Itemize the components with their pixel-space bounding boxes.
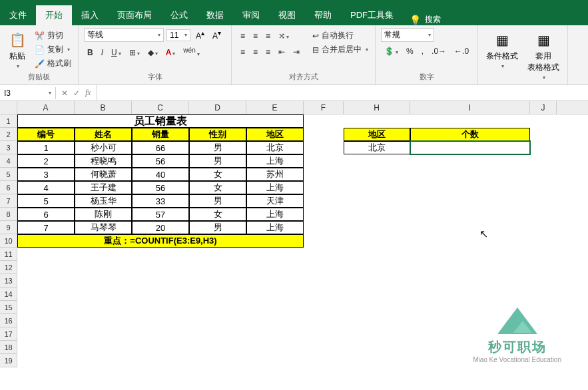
tab-insert[interactable]: 插入 xyxy=(72,5,108,25)
percent-button[interactable]: % xyxy=(403,45,417,58)
col-header-A[interactable]: A xyxy=(17,101,75,114)
result-cell[interactable] xyxy=(410,141,530,154)
font-size-select[interactable]: 11▾ xyxy=(166,29,190,41)
align-right-button[interactable]: ≡ xyxy=(262,45,274,59)
data-cell[interactable]: 上海 xyxy=(246,181,304,194)
confirm-formula-button[interactable]: ✓ xyxy=(73,89,80,98)
formula-input[interactable] xyxy=(97,92,588,95)
data-cell[interactable]: 女 xyxy=(189,208,246,221)
col-header-D[interactable]: D xyxy=(189,101,246,114)
indent-dec-button[interactable]: ⇤ xyxy=(275,45,288,59)
border-button[interactable]: ⊞▾ xyxy=(126,46,143,59)
data-cell[interactable]: 何晓萧 xyxy=(75,168,132,181)
align-left-button[interactable]: ≡ xyxy=(237,45,248,59)
row-header-1[interactable]: 1 xyxy=(0,114,17,128)
data-cell[interactable]: 秒小可 xyxy=(75,141,132,154)
decrease-font-button[interactable]: A▾ xyxy=(210,29,224,41)
col-header-I[interactable]: I xyxy=(410,101,530,114)
font-name-select[interactable]: 等线▾ xyxy=(84,28,164,42)
data-cell[interactable]: 上海 xyxy=(246,221,304,234)
row-header-12[interactable]: 12 xyxy=(0,261,17,274)
data-cell[interactable]: 男 xyxy=(189,194,246,208)
row-header-2[interactable]: 2 xyxy=(0,128,17,141)
data-cell[interactable]: 女 xyxy=(189,168,246,181)
number-format-select[interactable]: 常规▾ xyxy=(381,28,434,42)
row-header-8[interactable]: 8 xyxy=(0,208,17,221)
col-header-J[interactable]: J xyxy=(530,101,557,114)
table-format-button[interactable]: ▦ 套用 表格格式▾ xyxy=(525,29,562,82)
indent-inc-button[interactable]: ⇥ xyxy=(290,45,303,59)
data-cell[interactable]: 男 xyxy=(189,141,246,154)
header-性别[interactable]: 性别 xyxy=(189,128,246,141)
align-middle-button[interactable]: ≡ xyxy=(250,29,261,43)
tab-home[interactable]: 开始 xyxy=(36,5,72,25)
row-header-14[interactable]: 14 xyxy=(0,288,17,301)
painter-button[interactable]: 🖌️格式刷 xyxy=(33,57,73,70)
col-header-F[interactable]: F xyxy=(304,101,344,114)
data-cell[interactable]: 上海 xyxy=(246,154,304,168)
spreadsheet-grid[interactable]: ABCDEFHIJ 12345678910111213141516171819 … xyxy=(0,101,588,390)
formula-note[interactable]: 重点：=COUNTIF(E3:E9,H3) xyxy=(17,234,304,248)
inc-decimal-button[interactable]: .0→ xyxy=(428,45,449,58)
data-cell[interactable]: 4 xyxy=(17,181,75,194)
row-header-15[interactable]: 15 xyxy=(0,301,17,314)
accounting-button[interactable]: 💲▾ xyxy=(381,45,402,58)
data-cell[interactable]: 男 xyxy=(189,221,246,234)
data-cell[interactable]: 男 xyxy=(189,154,246,168)
data-cell[interactable]: 56 xyxy=(132,181,189,194)
tab-file[interactable]: 文件 xyxy=(0,5,36,25)
dec-decimal-button[interactable]: ←.0 xyxy=(451,45,472,58)
search-box[interactable]: 💡 搜索 xyxy=(403,14,447,25)
header-姓名[interactable]: 姓名 xyxy=(75,128,132,141)
row-header-19[interactable]: 19 xyxy=(0,354,17,367)
bold-button[interactable]: B xyxy=(84,46,97,59)
align-center-button[interactable]: ≡ xyxy=(250,45,261,59)
data-cell[interactable]: 57 xyxy=(132,208,189,221)
cut-button[interactable]: ✂️剪切 xyxy=(33,29,73,42)
data-cell[interactable]: 40 xyxy=(132,168,189,181)
row-header-13[interactable]: 13 xyxy=(0,274,17,288)
table-title[interactable]: 员工销量表 xyxy=(17,114,304,128)
row-header-5[interactable]: 5 xyxy=(0,168,17,181)
col-header-B[interactable]: B xyxy=(75,101,132,114)
row-header-7[interactable]: 7 xyxy=(0,194,17,208)
data-cell[interactable]: 陈刚 xyxy=(75,208,132,221)
align-top-button[interactable]: ≡ xyxy=(237,29,248,43)
data-cell[interactable]: 3 xyxy=(17,168,75,181)
merge-button[interactable]: ⊟合并后居中▾ xyxy=(311,43,370,56)
data-cell[interactable]: 程晓鸣 xyxy=(75,154,132,168)
tab-help[interactable]: 帮助 xyxy=(305,5,341,25)
tab-layout[interactable]: 页面布局 xyxy=(108,5,161,25)
cancel-formula-button[interactable]: ✕ xyxy=(61,89,68,98)
comma-button[interactable]: , xyxy=(418,45,427,58)
row-header-17[interactable]: 17 xyxy=(0,327,17,341)
wrap-text-button[interactable]: ↩自动换行 xyxy=(311,29,370,42)
increase-font-button[interactable]: A▴ xyxy=(193,29,207,41)
fx-icon[interactable]: fx xyxy=(85,88,91,98)
underline-button[interactable]: U▾ xyxy=(108,46,125,59)
lookup-region[interactable]: 北京 xyxy=(344,141,410,154)
col-header-C[interactable]: C xyxy=(132,101,189,114)
row-header-11[interactable]: 11 xyxy=(0,248,17,261)
data-cell[interactable]: 女 xyxy=(189,181,246,194)
data-cell[interactable]: 天津 xyxy=(246,194,304,208)
data-cell[interactable]: 66 xyxy=(132,141,189,154)
data-cell[interactable]: 5 xyxy=(17,194,75,208)
header-编号[interactable]: 编号 xyxy=(17,128,75,141)
data-cell[interactable]: 杨玉华 xyxy=(75,194,132,208)
phonetic-button[interactable]: wén▾ xyxy=(180,45,202,60)
select-all-corner[interactable] xyxy=(0,101,17,114)
font-color-button[interactable]: A▾ xyxy=(162,46,179,59)
row-header-4[interactable]: 4 xyxy=(0,154,17,168)
data-cell[interactable]: 苏州 xyxy=(246,168,304,181)
row-header-18[interactable]: 18 xyxy=(0,341,17,354)
fill-color-button[interactable]: ◆▾ xyxy=(145,46,161,59)
conditional-format-button[interactable]: ▦ 条件格式▾ xyxy=(483,29,521,71)
tab-pdf[interactable]: PDF工具集 xyxy=(341,5,403,25)
data-cell[interactable]: 33 xyxy=(132,194,189,208)
data-cell[interactable]: 1 xyxy=(17,141,75,154)
header-地区[interactable]: 地区 xyxy=(246,128,304,141)
row-header-10[interactable]: 10 xyxy=(0,234,17,248)
name-box[interactable]: I3▾ xyxy=(0,87,56,99)
tab-review[interactable]: 审阅 xyxy=(233,5,269,25)
